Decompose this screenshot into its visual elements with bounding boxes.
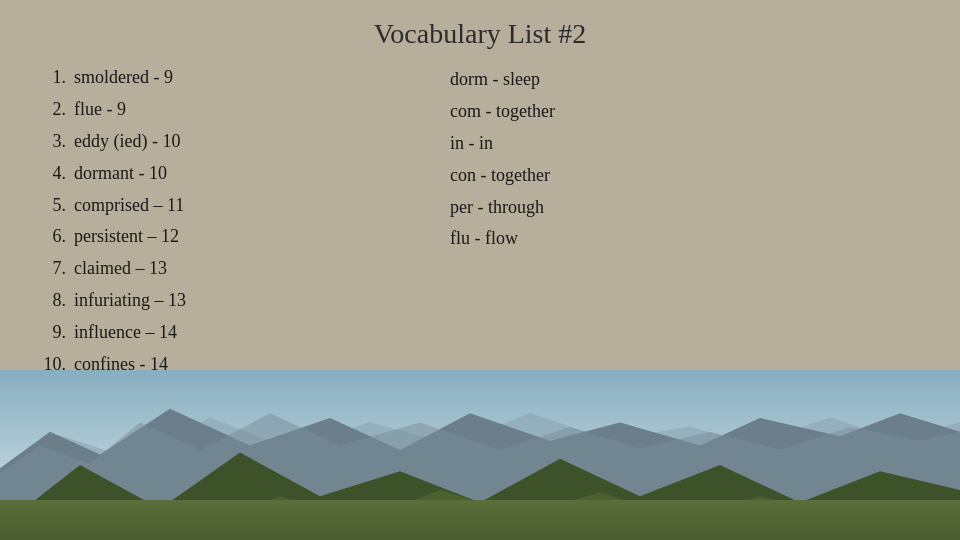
definition-text: com - together bbox=[450, 98, 555, 126]
item-number: 9. bbox=[30, 319, 66, 347]
left-column: 1.smoldered - 92.flue - 93.eddy (ied) - … bbox=[30, 64, 450, 383]
item-text: infuriating – 13 bbox=[74, 287, 186, 315]
item-text: influence – 14 bbox=[74, 319, 177, 347]
item-text: smoldered - 9 bbox=[74, 64, 173, 92]
list-item: 3.eddy (ied) - 10 bbox=[30, 128, 450, 156]
item-number: 1. bbox=[30, 64, 66, 92]
item-number: 3. bbox=[30, 128, 66, 156]
definition-item: com - together bbox=[450, 98, 750, 126]
item-number: 8. bbox=[30, 287, 66, 315]
definition-item: flu - flow bbox=[450, 225, 750, 253]
landscape bbox=[0, 370, 960, 540]
vocab-table: 1.smoldered - 92.flue - 93.eddy (ied) - … bbox=[30, 64, 930, 383]
list-item: 4.dormant - 10 bbox=[30, 160, 450, 188]
list-item: 8.infuriating – 13 bbox=[30, 287, 450, 315]
item-text: dormant - 10 bbox=[74, 160, 167, 188]
list-item: 6.persistent – 12 bbox=[30, 223, 450, 251]
item-text: claimed – 13 bbox=[74, 255, 167, 283]
definition-text: dorm - sleep bbox=[450, 66, 540, 94]
item-text: flue - 9 bbox=[74, 96, 126, 124]
definition-item: per - through bbox=[450, 194, 750, 222]
item-number: 2. bbox=[30, 96, 66, 124]
definition-text: in - in bbox=[450, 130, 493, 158]
definition-item: in - in bbox=[450, 130, 750, 158]
item-text: eddy (ied) - 10 bbox=[74, 128, 180, 156]
definition-item: con - together bbox=[450, 162, 750, 190]
list-item: 9.influence – 14 bbox=[30, 319, 450, 347]
definition-text: con - together bbox=[450, 162, 550, 190]
item-text: persistent – 12 bbox=[74, 223, 179, 251]
ground bbox=[0, 500, 960, 540]
item-number: 5. bbox=[30, 192, 66, 220]
page-title: Vocabulary List #2 bbox=[30, 18, 930, 50]
item-number: 4. bbox=[30, 160, 66, 188]
content-area: Vocabulary List #2 1.smoldered - 92.flue… bbox=[0, 0, 960, 370]
definition-text: flu - flow bbox=[450, 225, 518, 253]
definition-item: dorm - sleep bbox=[450, 66, 750, 94]
item-text: comprised – 11 bbox=[74, 192, 184, 220]
list-item: 5.comprised – 11 bbox=[30, 192, 450, 220]
list-item: 7.claimed – 13 bbox=[30, 255, 450, 283]
item-number: 6. bbox=[30, 223, 66, 251]
item-number: 7. bbox=[30, 255, 66, 283]
right-column: dorm - sleepcom - togetherin - incon - t… bbox=[450, 64, 750, 383]
list-item: 2.flue - 9 bbox=[30, 96, 450, 124]
definition-text: per - through bbox=[450, 194, 544, 222]
list-item: 1.smoldered - 9 bbox=[30, 64, 450, 92]
